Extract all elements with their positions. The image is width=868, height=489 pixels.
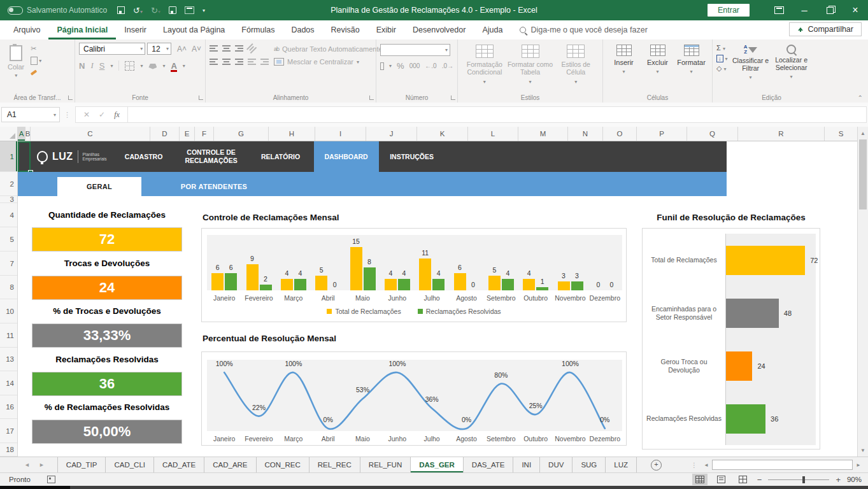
row-header-14[interactable]: 14 [0,371,17,395]
row-header-3[interactable]: 3 [0,196,17,203]
font-color-button[interactable]: A [171,61,176,71]
borders-button[interactable] [125,61,134,71]
conditional-formatting-button[interactable]: Formatação Condicional ▾ [462,43,508,90]
column-header-f[interactable]: F [195,127,214,141]
insert-cells-button[interactable]: Inserir ▾ [607,43,641,90]
autosum-button[interactable]: Σ ▾ [716,44,728,52]
autosave-toggle[interactable]: Salvamento Automático [8,6,107,15]
selected-cell-a1[interactable] [18,141,31,172]
scroll-right-icon[interactable]: ► [854,462,863,468]
vertical-scrollbar[interactable]: ▲ ▼ [857,127,868,457]
dashboard-subtab-geral[interactable]: GERAL [57,177,141,196]
bold-button[interactable]: N [79,61,85,71]
sheet-tab-duv[interactable]: DUV [540,457,573,472]
scroll-left-icon[interactable]: ◄ [702,462,711,468]
insert-function-icon[interactable]: fx [114,110,120,120]
row-header-7[interactable]: 7 [0,252,17,276]
decrease-decimal-button[interactable]: .0→ [442,62,453,69]
column-header-b[interactable]: B [25,127,31,141]
tell-me-search[interactable]: Diga-me o que você deseja fazer [520,25,647,34]
italic-button[interactable]: I [90,60,93,71]
share-button[interactable]: Compartilhar [789,22,862,36]
restore-button[interactable] [817,0,843,20]
column-header-i[interactable]: I [315,127,366,141]
format-painter-button[interactable] [31,68,41,77]
sheet-tab-sug[interactable]: SUG [573,457,606,472]
sign-in-button[interactable]: Entrar [708,4,750,17]
row-header-4[interactable]: 4 [0,203,17,227]
collapse-ribbon-icon[interactable]: ⌃ [858,94,863,101]
zoom-out-button[interactable]: − [757,475,762,485]
confirm-entry-icon[interactable]: ✓ [99,110,105,119]
new-sheet-button[interactable]: + [651,460,662,471]
menu-tab-revisao[interactable]: Revisão [323,20,368,39]
row-header-10[interactable]: 10 [0,299,17,323]
row-header-13[interactable]: 13 [0,348,17,371]
fill-color-button[interactable] [148,64,157,69]
align-right-icon[interactable] [235,59,243,66]
sheet-tab-cad-tip[interactable]: CAD_TIP [57,457,106,472]
dashboard-nav-tab-dashboard[interactable]: DASHBOARD [314,141,379,172]
sheet-tab-ini[interactable]: INI [513,457,540,472]
font-name-select[interactable]: Calibri ▾ [79,43,145,55]
minimize-button[interactable]: ─ [792,0,817,20]
column-header-e[interactable]: E [180,127,195,141]
menu-tab-arquivo[interactable]: Arquivo [5,20,48,39]
sheet-tab-luz[interactable]: LUZ [606,457,637,472]
horizontal-scroll-thumb[interactable] [712,460,853,470]
increase-indent-icon[interactable] [260,59,269,66]
column-header-q[interactable]: Q [687,127,738,141]
vertical-scroll-thumb[interactable] [859,139,867,209]
column-header-n[interactable]: N [568,127,603,141]
print-preview-icon[interactable] [169,6,176,14]
scroll-down-icon[interactable]: ▼ [858,445,868,455]
format-cells-button[interactable]: Formatar ▾ [674,43,708,90]
redo-button[interactable]: ↻▾ [151,6,160,15]
menu-tab-layout-da-pagina[interactable]: Layout da Página [155,20,233,39]
ribbon-display-options-button[interactable] [766,0,792,20]
sheet-tab-das-ate[interactable]: DAS_ATE [464,457,514,472]
alignment-dialog-launcher[interactable] [369,96,374,100]
paste-button[interactable]: Colar ▾ [4,43,28,90]
menu-tab-pagina-inicial[interactable]: Página Inicial [48,20,116,39]
menu-tab-desenvolvedor[interactable]: Desenvolvedor [404,20,474,39]
scroll-up-icon[interactable]: ▲ [858,128,868,138]
sheet-tab-cad-are[interactable]: CAD_ARE [204,457,256,472]
font-dialog-launcher[interactable] [199,96,203,100]
sheet-tab-cad-cli[interactable]: CAD_CLI [106,457,154,472]
row-header-17[interactable]: 17 [0,419,17,443]
undo-button[interactable]: ↺▾ [133,6,143,15]
horizontal-scrollbar[interactable]: ⋮ ◄ ► [691,459,863,471]
column-header-s[interactable]: S [825,127,858,141]
cancel-entry-icon[interactable]: ✕ [83,110,90,119]
align-top-icon[interactable] [210,45,218,52]
macro-record-icon[interactable] [47,476,55,483]
next-sheet-icon[interactable]: ► [39,462,45,468]
format-as-table-button[interactable]: Formatar como Tabela ▾ [508,43,553,90]
row-header-11[interactable]: 11 [0,323,17,348]
decrease-indent-icon[interactable] [248,59,256,66]
comma-style-button[interactable]: 000 [409,62,420,69]
dashboard-nav-tab-cadastro[interactable]: CADASTRO [117,141,171,172]
row-header-16[interactable]: 16 [0,395,17,419]
save-icon[interactable] [117,6,125,14]
fill-button[interactable]: ↓ ▾ [716,54,728,62]
sheet-tab-cad-ate[interactable]: CAD_ATE [154,457,204,472]
row-header-18[interactable]: 18 [0,443,17,457]
dashboard-nav-tab-instrucoes[interactable]: INSTRUÇÕES [383,141,441,172]
find-select-button[interactable]: Localizar e Selecionar ▾ [771,43,812,90]
menu-tab-formulas[interactable]: Fórmulas [233,20,283,39]
column-header-o[interactable]: O [603,127,637,141]
row-header-8[interactable]: 8 [0,276,17,299]
grow-font-button[interactable]: A˄ [177,45,187,53]
column-header-g[interactable]: G [214,127,269,141]
align-bottom-icon[interactable] [235,45,243,52]
prev-sheet-icon[interactable]: ◄ [24,462,30,468]
column-header-c[interactable]: C [31,127,150,141]
column-header-p[interactable]: P [637,127,687,141]
accounting-format-icon[interactable] [380,62,384,70]
font-size-select[interactable]: 12 ▾ [147,43,171,55]
column-header-r[interactable]: R [738,127,825,141]
align-center-icon[interactable] [222,59,231,66]
menu-tab-exibir[interactable]: Exibir [368,20,404,39]
